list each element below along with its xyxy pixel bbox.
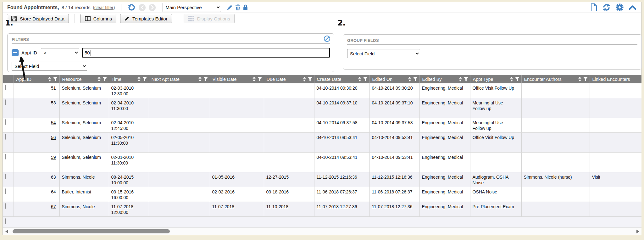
grid-icon: [188, 16, 194, 21]
clear-filters-icon[interactable]: [324, 35, 330, 42]
column-header-appt_id[interactable]: Appt ID: [14, 75, 59, 83]
sort-icon[interactable]: [198, 77, 202, 81]
column-header-linked_encounters[interactable]: Linked Encounters: [590, 75, 641, 83]
divider: [75, 14, 75, 23]
add-filter-row: Select Field: [12, 62, 330, 71]
appt-id-link[interactable]: 51: [51, 86, 56, 91]
appt-id-link[interactable]: 63: [51, 175, 56, 180]
sort-icon[interactable]: [97, 77, 101, 81]
annotation-step-1: 1.: [5, 18, 13, 27]
row-checkbox[interactable]: [5, 119, 6, 125]
sort-icon[interactable]: [510, 77, 513, 81]
appt-id-link[interactable]: 56: [51, 135, 56, 140]
row-checkbox[interactable]: [5, 85, 6, 90]
filter-icon[interactable]: [363, 77, 368, 81]
filter-icon[interactable]: [53, 77, 58, 81]
column-header-time[interactable]: Time: [109, 75, 149, 83]
cell-encounter_authors: [521, 118, 590, 133]
row-checkbox[interactable]: [5, 174, 6, 179]
table-body: 51Selenium, Selenium02-03-2010 12:30:000…: [3, 83, 641, 217]
table-row: 59Selenium, Selenium02-01-2010 11:30:000…: [3, 153, 641, 172]
scrollbar-thumb[interactable]: [13, 229, 170, 233]
sort-icon[interactable]: [48, 77, 51, 81]
select-all-header[interactable]: [3, 75, 14, 83]
cell-appt_id: 51: [14, 83, 59, 98]
filter-icon[interactable]: [413, 77, 418, 81]
prev-perspective-button[interactable]: [139, 4, 146, 11]
filter-icon[interactable]: [515, 77, 519, 81]
appt-id-link[interactable]: 59: [51, 155, 56, 160]
cell-edited_on: 11-06-2018 07:26:37: [369, 187, 419, 202]
cell-due_date: [264, 83, 314, 98]
row-checkbox[interactable]: [5, 154, 6, 159]
sort-icon[interactable]: [578, 77, 581, 81]
filter-value-input[interactable]: [82, 48, 330, 58]
appt-id-link[interactable]: 53: [51, 100, 56, 105]
cell-select: [3, 153, 14, 172]
cell-linked_encounters: Visit: [590, 172, 641, 187]
sort-icon[interactable]: [303, 77, 306, 81]
column-header-visible_date[interactable]: Visible Date: [210, 75, 264, 83]
sort-icon[interactable]: [137, 77, 141, 81]
undo-icon[interactable]: [128, 3, 136, 11]
appt-id-link[interactable]: 67: [51, 204, 56, 209]
appt-id-link[interactable]: 54: [51, 120, 56, 125]
store-displayed-data-button[interactable]: Store Displayed Data: [7, 14, 69, 23]
perspective-select[interactable]: Main Perspective: [163, 3, 221, 12]
sort-icon[interactable]: [358, 77, 361, 81]
column-label: Linked Encounters: [592, 77, 630, 82]
cell-edited_by: Engineering, Medical: [419, 98, 470, 118]
column-header-encounter_authors[interactable]: Encounter Authors: [521, 75, 590, 83]
templates-editor-button[interactable]: Templates Editor: [120, 14, 172, 23]
sort-icon[interactable]: [459, 77, 462, 81]
clear-filter-link[interactable]: (clear filter): [93, 5, 115, 10]
row-checkbox[interactable]: [5, 99, 6, 105]
cell-time: 02-04-2010 11:30:00: [109, 98, 149, 118]
filter-icon[interactable]: [142, 77, 147, 81]
divider: [121, 4, 121, 11]
filter-operator-select[interactable]: >: [41, 48, 79, 57]
filter-icon[interactable]: [308, 77, 312, 81]
filter-icon[interactable]: [103, 77, 107, 81]
horizontal-scrollbar[interactable]: [3, 227, 641, 235]
filter-icon[interactable]: [203, 77, 208, 81]
cell-encounter_authors: [521, 133, 590, 153]
chevron-left-icon: [141, 5, 144, 9]
column-header-resource[interactable]: Resource: [59, 75, 109, 83]
column-header-edited_on[interactable]: Edited On: [369, 75, 419, 83]
filter-icon[interactable]: [258, 77, 262, 81]
row-checkbox[interactable]: [5, 218, 6, 224]
filter-icon[interactable]: [583, 77, 588, 81]
collapse-icon[interactable]: [629, 5, 636, 10]
cell-select: [3, 202, 14, 217]
columns-button[interactable]: Columns: [80, 14, 116, 23]
row-checkbox[interactable]: [5, 188, 6, 194]
row-checkbox[interactable]: [5, 203, 6, 209]
column-header-create_date[interactable]: Create Date: [314, 75, 369, 83]
column-header-appt_type[interactable]: Appt Type: [470, 75, 521, 83]
scroll-left-arrow[interactable]: [5, 230, 8, 233]
new-document-icon[interactable]: [591, 3, 597, 11]
cell-time: 03-15-2016 16:00:00: [109, 187, 149, 202]
scroll-right-arrow[interactable]: [636, 230, 639, 233]
column-header-next_apt_date[interactable]: Next Apt Date: [149, 75, 210, 83]
row-checkbox[interactable]: [5, 134, 6, 140]
settings-icon[interactable]: [616, 3, 624, 11]
remove-filter-button[interactable]: [12, 49, 19, 56]
delete-perspective-icon[interactable]: [235, 4, 241, 10]
cell-next_apt_date: [149, 187, 210, 202]
column-label: Encounter Authors: [524, 77, 562, 82]
sort-icon[interactable]: [253, 77, 256, 81]
filter-icon[interactable]: [464, 77, 468, 81]
lock-perspective-icon[interactable]: [243, 4, 248, 10]
edit-perspective-icon[interactable]: [227, 4, 233, 10]
group-field-select[interactable]: Select Field: [347, 49, 420, 58]
sort-icon[interactable]: [408, 77, 411, 81]
appt-id-link[interactable]: 64: [51, 189, 56, 194]
column-header-edited_by[interactable]: Edited By: [419, 75, 470, 83]
add-filter-field-select[interactable]: Select Field: [12, 62, 87, 71]
next-perspective-button[interactable]: [149, 4, 156, 11]
column-header-due_date[interactable]: Due Date: [264, 75, 314, 83]
table-row: 67Simmons, Nicole11-07-2018 12:00:0011-0…: [3, 202, 641, 217]
refresh-icon[interactable]: [602, 3, 610, 11]
